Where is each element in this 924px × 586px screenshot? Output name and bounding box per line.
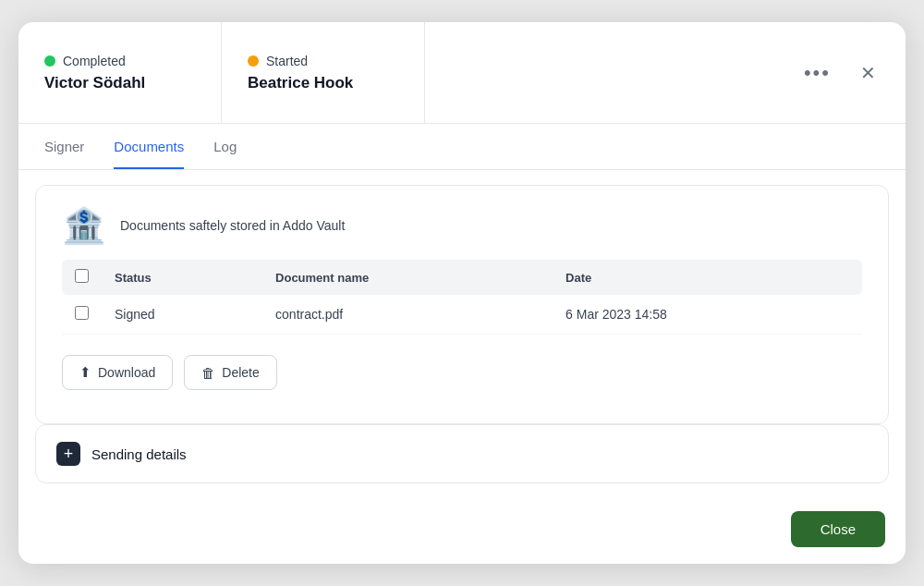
download-button[interactable]: ⬆ Download [62,355,173,390]
signer2-status-row: Started [248,54,398,68]
header-close-button[interactable]: ✕ [853,58,883,88]
tabs-row: Signer Documents Log [18,124,906,170]
plus-icon: + [56,442,80,466]
delete-icon: 🗑 [201,365,215,381]
row-status: Signed [102,295,262,335]
sending-details-section: + Sending details [35,424,889,483]
delete-label: Delete [222,365,259,380]
select-all-checkbox[interactable] [75,269,89,283]
table-header-document-name: Document name [262,260,553,295]
table-row: Signed contract.pdf 6 Mar 2023 14:58 [62,295,862,335]
more-options-button[interactable]: ••• [796,57,838,89]
signer1-card: Completed Victor Södahl [18,22,222,123]
plus-symbol: + [64,445,74,464]
signer1-status-dot [44,55,55,67]
table-header-row: Status Document name Date [62,260,862,295]
modal-body: 🏦 Documents saftely stored in Addo Vault… [36,186,888,409]
documents-table: Status Document name Date Signed contrac… [62,260,862,335]
tab-signer[interactable]: Signer [44,124,84,169]
table-header-checkbox [62,260,102,295]
signer1-name: Victor Södahl [44,74,195,92]
header-spacer [425,22,774,123]
modal-header: Completed Victor Södahl Started Beatrice… [18,22,906,124]
table-header-date: Date [553,260,862,295]
row-checkbox-cell [62,295,102,335]
tab-log[interactable]: Log [213,124,237,169]
tab-documents[interactable]: Documents [114,124,184,169]
vault-icon: 🏦 [62,208,105,243]
action-buttons: ⬆ Download 🗑 Delete [62,355,862,390]
row-checkbox[interactable] [75,306,89,320]
download-icon: ⬆ [79,364,91,381]
download-label: Download [98,365,155,380]
signer2-card: Started Beatrice Hook [222,22,425,123]
vault-text: Documents saftely stored in Addo Vault [120,218,345,233]
sending-details-row[interactable]: + Sending details [36,425,888,482]
header-actions: ••• ✕ [774,22,906,123]
signer2-status-dot [248,55,259,67]
sending-details-label: Sending details [91,446,187,462]
table-header-status: Status [102,260,262,295]
documents-content-card: 🏦 Documents saftely stored in Addo Vault… [35,185,889,424]
row-document-name: contract.pdf [262,295,553,335]
close-button[interactable]: Close [791,511,885,547]
signer1-status-row: Completed [44,54,195,68]
signer2-name: Beatrice Hook [248,74,398,92]
modal-footer: Close [18,500,906,564]
signer2-status-label: Started [266,54,308,68]
vault-notice: 🏦 Documents saftely stored in Addo Vault [62,208,862,243]
row-date: 6 Mar 2023 14:58 [553,295,862,335]
modal: Completed Victor Södahl Started Beatrice… [18,22,906,564]
signer1-status-label: Completed [63,54,126,68]
delete-button[interactable]: 🗑 Delete [184,355,276,390]
